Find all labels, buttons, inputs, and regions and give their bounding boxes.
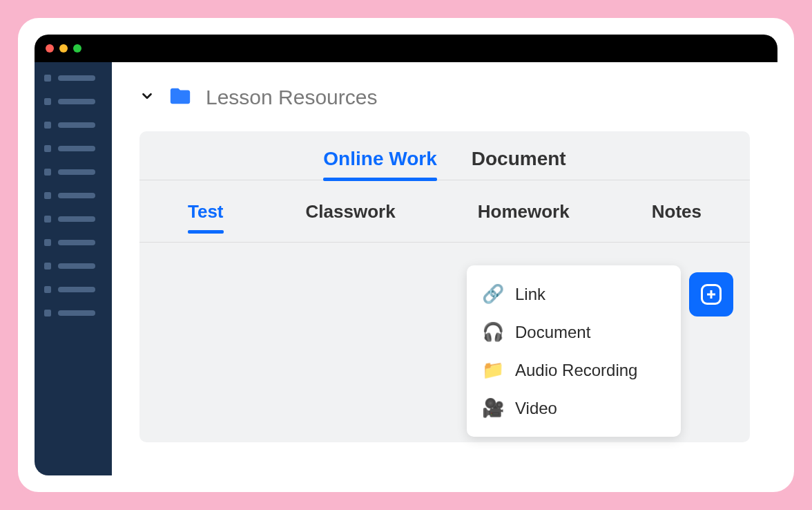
minimize-window-icon[interactable] xyxy=(59,44,68,53)
headphones-icon: 🎧 xyxy=(482,321,503,343)
title-bar xyxy=(35,35,777,62)
sidebar xyxy=(35,62,112,475)
menu-item-video[interactable]: 🎥 Video xyxy=(467,389,681,427)
menu-item-label: Audio Recording xyxy=(515,361,637,380)
add-menu: 🔗 Link 🎧 Document 📁 Audio Recording xyxy=(467,265,681,437)
main-content: Lesson Resources Online Work Document Te… xyxy=(112,62,777,475)
sidebar-item[interactable] xyxy=(44,145,102,152)
app-body: Lesson Resources Online Work Document Te… xyxy=(35,62,777,475)
tab-online-work[interactable]: Online Work xyxy=(323,148,436,180)
tabs-primary: Online Work Document xyxy=(139,131,750,180)
video-icon: 🎥 xyxy=(482,397,503,419)
sidebar-item[interactable] xyxy=(44,192,102,199)
sidebar-item[interactable] xyxy=(44,216,102,223)
folder-icon xyxy=(168,84,192,111)
chevron-down-icon[interactable] xyxy=(139,88,155,106)
tab-notes[interactable]: Notes xyxy=(652,201,702,232)
link-icon: 🔗 xyxy=(482,283,503,305)
sidebar-item[interactable] xyxy=(44,286,102,293)
menu-item-label: Document xyxy=(515,323,590,342)
menu-item-document[interactable]: 🎧 Document xyxy=(467,313,681,351)
folder-emoji-icon: 📁 xyxy=(482,359,503,381)
breadcrumb-title: Lesson Resources xyxy=(206,86,377,109)
menu-item-label: Video xyxy=(515,399,557,418)
breadcrumb: Lesson Resources xyxy=(139,84,750,111)
tab-document[interactable]: Document xyxy=(472,148,566,180)
maximize-window-icon[interactable] xyxy=(73,44,81,53)
add-button[interactable] xyxy=(689,272,733,317)
sidebar-item[interactable] xyxy=(44,122,102,129)
tab-homework[interactable]: Homework xyxy=(478,201,570,232)
sidebar-item[interactable] xyxy=(44,239,102,246)
sidebar-item[interactable] xyxy=(44,169,102,176)
menu-item-link[interactable]: 🔗 Link xyxy=(467,275,681,313)
browser-window: Lesson Resources Online Work Document Te… xyxy=(35,35,777,475)
sidebar-item[interactable] xyxy=(44,263,102,270)
menu-item-audio[interactable]: 📁 Audio Recording xyxy=(467,351,681,389)
window-controls xyxy=(46,44,81,53)
close-window-icon[interactable] xyxy=(46,44,54,53)
sidebar-item[interactable] xyxy=(44,75,102,82)
tabs-secondary: Test Classwork Homework Notes xyxy=(139,180,750,243)
menu-item-label: Link xyxy=(515,285,545,304)
tab-classwork[interactable]: Classwork xyxy=(306,201,396,232)
content-panel: Online Work Document Test Classwork Home… xyxy=(139,131,750,442)
sidebar-item[interactable] xyxy=(44,98,102,105)
sidebar-item[interactable] xyxy=(44,310,102,317)
outer-frame: Lesson Resources Online Work Document Te… xyxy=(14,14,798,496)
tab-test[interactable]: Test xyxy=(188,201,224,232)
